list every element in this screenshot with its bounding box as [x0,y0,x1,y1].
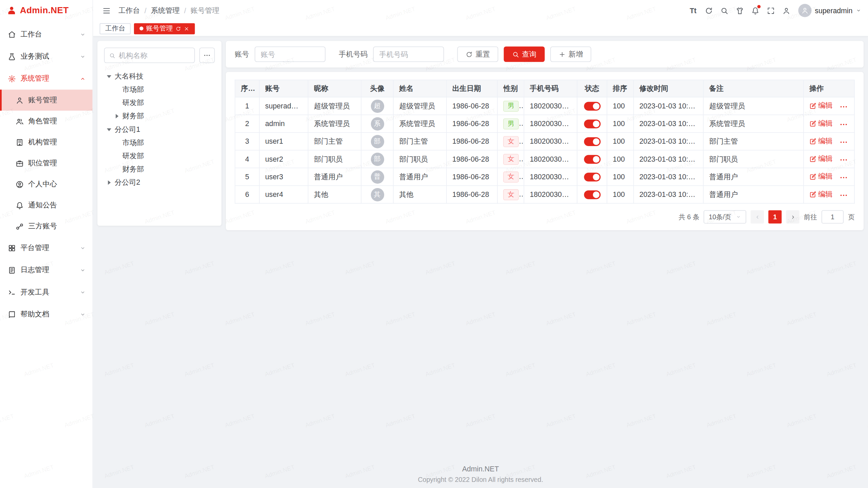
edit-button[interactable]: 编辑 [809,189,833,199]
table-cell: 其 [361,186,393,203]
sidebar-item-org-management[interactable]: 机构管理 [0,132,93,153]
theme-icon[interactable] [733,4,746,17]
add-button[interactable]: 新增 [550,46,591,62]
phone-input[interactable] [373,46,444,62]
edit-icon [809,155,816,162]
org-tree: 大名科技市场部研发部财务部分公司1市场部研发部财务部分公司2 [104,70,215,189]
breadcrumb-item[interactable]: 系统管理 [151,5,180,15]
sidebar-item-notice[interactable]: 通知公告 [0,195,93,216]
table-cell: 普通用户 [393,168,447,186]
org-search-input[interactable] [119,51,190,59]
edit-button[interactable]: 编辑 [809,119,833,128]
column-header: 姓名 [393,80,447,97]
more-actions-icon[interactable] [839,138,848,146]
sidebar-item-label: 三方账号 [28,221,57,231]
query-button[interactable]: 查询 [504,46,545,62]
more-actions-icon[interactable] [839,191,848,200]
page-1-button[interactable]: 1 [768,210,782,223]
collapse-menu-icon[interactable] [100,4,113,17]
sidebar-item-personal-center[interactable]: 个人中心 [0,174,93,195]
sidebar-item-platform-management[interactable]: 平台管理 [0,237,93,259]
sidebar-item-log-management[interactable]: 日志管理 [0,259,93,281]
reset-label: 重置 [475,49,490,59]
tree-node[interactable]: 分公司1 [104,123,215,136]
sidebar-item-dev-tools[interactable]: 开发工具 [0,281,93,303]
tab-workbench[interactable]: 工作台 [100,23,131,34]
edit-button[interactable]: 编辑 [809,154,833,164]
sidebar-item-workbench[interactable]: 工作台 [0,23,93,45]
table-head-row: 序号账号昵称头像姓名出生日期性别手机号码状态排序修改时间备注操作 [235,80,854,97]
status-toggle[interactable] [584,119,600,128]
table-cell: 2023-01-03 10:59:44 [634,133,704,150]
more-actions-icon[interactable] [839,120,848,129]
search-icon [512,50,519,58]
tab-account-management[interactable]: 账号管理 [134,23,195,34]
tab-close-icon[interactable] [184,26,189,31]
sidebar-item-system-management[interactable]: 系统管理 [0,67,93,89]
table-row: 3user1部门主管部部门主管1986-06-28女18020030720100… [235,133,854,150]
position-icon [16,159,24,167]
caret-down-icon[interactable] [105,128,113,131]
tree-node[interactable]: 市场部 [104,83,215,96]
edit-icon [809,191,816,198]
more-actions-icon[interactable] [839,173,848,182]
tree-node[interactable]: 研发部 [104,96,215,109]
account-input[interactable] [255,46,326,62]
status-toggle[interactable] [584,155,600,164]
org-more-button[interactable] [199,47,215,63]
prev-page-button[interactable] [751,210,764,223]
tree-node[interactable]: 财务部 [104,109,215,123]
row-avatar: 超 [371,99,384,113]
sidebar-item-role-management[interactable]: 角色管理 [0,111,93,132]
search-icon[interactable] [717,4,731,17]
gender-tag: 女 [503,154,519,165]
next-page-button[interactable] [786,210,799,223]
refresh-icon[interactable] [702,4,715,17]
tree-node[interactable]: 财务部 [104,163,215,176]
status-toggle[interactable] [584,190,600,199]
caret-down-icon[interactable] [105,75,113,78]
table-cell [577,97,607,115]
breadcrumb-item[interactable]: 工作台 [118,5,140,15]
reset-button[interactable]: 重置 [457,46,498,62]
table-cell: 女 [497,150,524,168]
font-size-icon[interactable]: Tt [687,4,700,17]
fullscreen-icon[interactable] [764,4,777,17]
sidebar-item-account-management[interactable]: 账号管理 [0,89,93,110]
edit-button[interactable]: 编辑 [809,136,833,146]
tree-node[interactable]: 市场部 [104,136,215,149]
chevron-down-icon [80,311,86,317]
more-actions-icon[interactable] [839,155,848,164]
gender-tag: 男 [503,100,519,111]
sidebar-item-label: 机构管理 [28,137,57,147]
goto-input[interactable] [822,210,844,223]
notification-icon[interactable] [748,4,762,17]
column-header: 备注 [703,80,804,97]
caret-right-icon[interactable] [105,180,113,185]
tree-node[interactable]: 研发部 [104,149,215,163]
more-actions-icon[interactable] [839,102,848,111]
table-cell: 编辑 [804,97,854,115]
caret-right-icon[interactable] [113,114,121,118]
tree-node-label: 市场部 [122,138,144,148]
page-size-select[interactable]: 10条/页 [704,210,746,223]
edit-button[interactable]: 编辑 [809,101,833,111]
status-toggle[interactable] [584,137,600,146]
profile-icon[interactable] [780,4,793,17]
user-menu[interactable]: superadmin [798,4,861,17]
tree-node[interactable]: 大名科技 [104,70,215,83]
sidebar-item-label: 帮助文档 [20,309,80,319]
edit-button[interactable]: 编辑 [809,172,833,182]
table-cell: 编辑 [804,168,854,186]
topbar-right: Tt superadmin [687,4,862,17]
sidebar-item-position-management[interactable]: 职位管理 [0,153,93,174]
sidebar-menu: 工作台业务测试系统管理账号管理角色管理机构管理职位管理个人中心通知公告三方账号平… [0,21,93,325]
sidebar-item-business-test[interactable]: 业务测试 [0,45,93,67]
tree-node[interactable]: 分公司2 [104,176,215,189]
status-toggle[interactable] [584,102,600,110]
sidebar-item-help-docs[interactable]: 帮助文档 [0,303,93,325]
status-toggle[interactable] [584,172,600,181]
table-cell: 18020030720 [524,168,577,186]
user-table-card: 序号账号昵称头像姓名出生日期性别手机号码状态排序修改时间备注操作 1supera… [226,72,864,230]
sidebar-item-third-party-account[interactable]: 三方账号 [0,216,93,237]
